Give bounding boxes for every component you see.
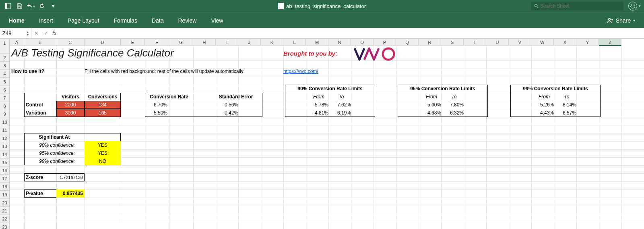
redo-icon[interactable] <box>37 1 47 11</box>
undo-icon[interactable]: ▾ <box>26 1 35 11</box>
col-header[interactable]: E <box>121 39 145 46</box>
tab-insert[interactable]: Insert <box>39 17 53 24</box>
formula-input[interactable] <box>58 28 644 38</box>
name-box-stepper[interactable]: ▴▾ <box>27 31 29 36</box>
row-header[interactable]: 5 <box>0 78 10 86</box>
row-header[interactable]: 17 <box>0 175 10 183</box>
svg-rect-1 <box>5 3 7 9</box>
col-header[interactable]: X <box>554 39 576 46</box>
row-header[interactable]: 16 <box>0 167 10 175</box>
sig-99-label: 99% confidence: <box>24 157 76 165</box>
zscore-label: Z-score <box>24 173 56 181</box>
limits99-from: From <box>533 93 555 101</box>
row-header[interactable]: 12 <box>0 134 10 142</box>
tab-view[interactable]: View <box>211 17 223 24</box>
col-header[interactable]: T <box>464 39 486 46</box>
col-headers: A B C D E F G H I J K L M N O P Q R S T … <box>10 39 644 46</box>
col-header[interactable]: N <box>328 39 351 46</box>
qat-customize-icon[interactable]: ▾ <box>48 1 58 11</box>
tab-page-layout[interactable]: Page Layout <box>68 17 99 24</box>
share-button[interactable]: Share ▾ <box>607 17 635 24</box>
col-header[interactable]: M <box>306 39 328 46</box>
document-title: ab_testing_significance_calculator <box>278 3 366 9</box>
name-box[interactable]: Z48 ▴▾ <box>0 28 31 38</box>
search-field[interactable] <box>531 2 623 10</box>
tab-review[interactable]: Review <box>178 17 196 24</box>
vwo-link[interactable]: https://vwo.com/ <box>283 69 318 74</box>
col-header[interactable]: I <box>216 39 238 46</box>
vwo-logo <box>354 46 398 63</box>
row-header[interactable]: 4 <box>0 70 10 78</box>
row-header[interactable]: 8 <box>0 102 10 110</box>
col-header[interactable]: Z <box>599 39 621 46</box>
tab-data[interactable]: Data <box>152 17 164 24</box>
col-header[interactable]: S <box>441 39 464 46</box>
limits95-r2t: 6.32% <box>443 109 465 117</box>
limits90-r2t: 6.19% <box>330 109 353 117</box>
limits99-r1f: 5.26% <box>533 101 555 109</box>
brought-to-you-by: Brought to you by: <box>283 50 337 57</box>
col-header[interactable]: U <box>486 39 509 46</box>
header-std-error: Standard Error <box>209 93 262 101</box>
row-header[interactable]: 13 <box>0 142 10 150</box>
input-control-conversions[interactable]: 134 <box>85 101 121 109</box>
col-header[interactable]: P <box>374 39 396 46</box>
svg-point-6 <box>608 18 610 20</box>
col-header[interactable]: O <box>351 39 374 46</box>
col-header[interactable]: A <box>10 39 24 46</box>
fx-label[interactable]: fx <box>52 30 56 36</box>
row-header[interactable]: 21 <box>0 207 10 215</box>
row-header[interactable]: 22 <box>0 215 10 223</box>
row-header[interactable]: 2 <box>0 54 10 62</box>
save-icon[interactable] <box>14 1 24 11</box>
row-header[interactable]: 9 <box>0 110 10 118</box>
row-header[interactable]: 11 <box>0 126 10 134</box>
limits95-r1t: 7.80% <box>443 101 465 109</box>
row-header[interactable]: 18 <box>0 183 10 191</box>
col-header[interactable]: D <box>85 39 121 46</box>
row-header[interactable]: 15 <box>0 158 10 167</box>
sig-90-label: 90% confidence: <box>24 141 76 149</box>
cancel-formula-icon[interactable]: ✕ <box>31 30 41 36</box>
col-header[interactable]: F <box>145 39 169 46</box>
row-header[interactable]: 20 <box>0 199 10 207</box>
col-header[interactable]: G <box>169 39 193 46</box>
col-header[interactable]: R <box>419 39 441 46</box>
limits95-to: To <box>443 93 465 101</box>
search-input[interactable] <box>540 3 620 9</box>
col-header[interactable]: H <box>193 39 216 46</box>
row-header[interactable]: 3 <box>0 62 10 70</box>
variation-se: 0.42% <box>217 109 240 117</box>
formula-bar: Z48 ▴▾ ✕ ✓ fx <box>0 28 644 39</box>
row-header[interactable]: 1 <box>0 39 10 54</box>
col-header[interactable]: B <box>24 39 56 46</box>
row-header[interactable]: 19 <box>0 191 10 199</box>
tab-home[interactable]: Home <box>9 17 25 24</box>
row-header[interactable]: 7 <box>0 94 10 102</box>
col-header[interactable]: J <box>238 39 261 46</box>
col-header[interactable]: V <box>509 39 531 46</box>
tab-formulas[interactable]: Formulas <box>114 17 137 24</box>
col-header[interactable]: Y <box>576 39 599 46</box>
enter-formula-icon[interactable]: ✓ <box>41 30 51 36</box>
limits90-r1t: 7.62% <box>330 101 353 109</box>
input-variation-conversions[interactable]: 165 <box>85 109 121 117</box>
col-header[interactable]: Q <box>396 39 419 46</box>
input-control-visitors[interactable]: 2000 <box>56 101 85 109</box>
row-header[interactable]: 6 <box>0 86 10 94</box>
row-header[interactable]: 10 <box>0 118 10 126</box>
col-header[interactable]: K <box>261 39 283 46</box>
cell-grid[interactable]: A/B Testing Significance Calculator Brou… <box>10 46 644 229</box>
input-variation-visitors[interactable]: 3000 <box>56 109 85 117</box>
row-header[interactable]: 23 <box>0 223 10 229</box>
row-header[interactable]: 14 <box>0 150 10 158</box>
worksheet: 1 2 3 4 5 6 7 8 9 10 11 12 13 14 15 16 1… <box>0 39 644 229</box>
col-header[interactable]: W <box>531 39 554 46</box>
feedback-chevron-icon[interactable]: ▾ <box>639 4 641 8</box>
sidebar-toggle-icon[interactable] <box>3 1 13 11</box>
feedback-smiley-icon[interactable] <box>628 2 637 10</box>
col-header[interactable]: C <box>56 39 85 46</box>
col-header[interactable]: L <box>283 39 306 46</box>
limits99-title: 99% Conversion Rate Limits <box>510 85 601 93</box>
header-conversions: Conversions <box>85 93 121 101</box>
